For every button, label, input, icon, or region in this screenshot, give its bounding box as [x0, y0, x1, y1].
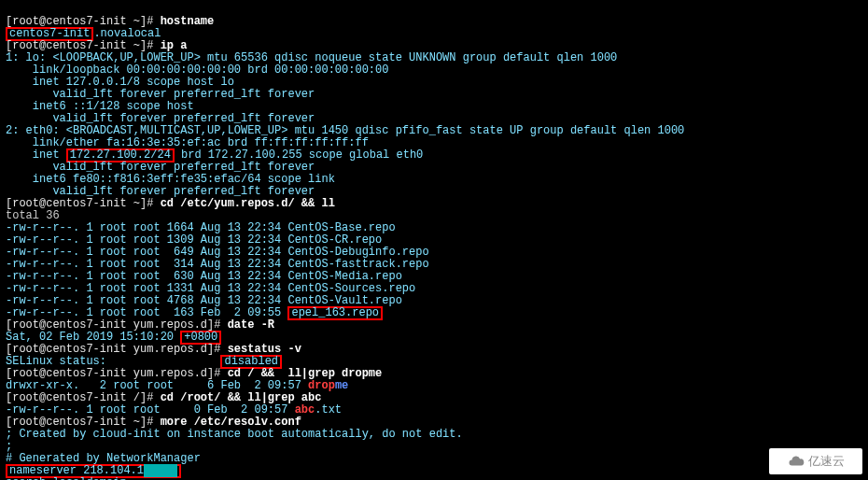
ip-eth-line4: inet6 fe80::f816:3eff:fe35:efac/64 scope…: [6, 173, 342, 186]
ip-lo-line2: link/loopback 00:00:00:00:00:00 brd 00:0…: [6, 64, 388, 77]
ip-lo-line1: 1: lo: <LOOPBACK,UP,LOWER_UP> mtu 65536 …: [6, 51, 617, 64]
repo-line: -rw-r--r--. 1 root root 1664 Aug 13 22:3…: [6, 221, 396, 234]
terminal-output[interactable]: [root@centos7-init ~]# hostname centos7-…: [0, 0, 868, 480]
sestatus-pre: SELinux status:: [6, 355, 220, 368]
ip-eth-line2: link/ether fa:16:3e:35:ef:ac brd ff:ff:f…: [6, 136, 369, 149]
cmd-cd-grep-dropme: cd / && ll|grep dropme: [228, 367, 383, 380]
repo-epel-pre: -rw-r--r--. 1 root root 163 Feb 2 09:55: [6, 306, 287, 319]
ip-lo-line4: inet6 ::1/128 scope host: [6, 100, 201, 113]
ip-eth-inet-post: brd 172.27.100.255 scope global eth0: [175, 148, 423, 162]
dropme-match: drop: [308, 379, 335, 392]
hostname-suffix: .novalocal: [93, 27, 161, 40]
prompt: [root@centos7-init ~]#: [6, 197, 161, 210]
abc-rest: .txt: [315, 403, 342, 416]
ip-valid: valid_lft forever preferred_lft forever: [6, 161, 315, 174]
watermark-logo: 亿速云: [769, 448, 862, 474]
prompt: [root@centos7-init ~]#: [6, 15, 161, 28]
cmd-cd-grep-abc: cd /root/ && ll|grep abc: [161, 391, 322, 404]
watermark-text: 亿速云: [808, 453, 845, 470]
ip-eth-line1: 2: eth0: <BROADCAST,MULTICAST,UP,LOWER_U…: [6, 124, 684, 137]
epel-repo-highlight: epel_163.repo: [287, 306, 383, 320]
ip-eth-inet-pre: inet: [6, 148, 66, 162]
cmd-sestatus: sestatus -v: [228, 343, 301, 356]
resolv-line: # Generated by NetworkManager: [6, 452, 201, 465]
ll-total: total 36: [6, 209, 60, 222]
repo-line: -rw-r--r--. 1 root root 1309 Aug 13 22:3…: [6, 233, 382, 247]
dropme-rest: me: [335, 379, 348, 392]
prompt: [root@centos7-init ~]#: [6, 39, 161, 52]
prompt: [root@centos7-init /]#: [6, 391, 161, 404]
ip-valid: valid_lft forever preferred_lft forever: [6, 185, 315, 198]
date-output-pre: Sat, 02 Feb 2019 15:10:20: [6, 331, 180, 344]
cloud-icon: [788, 453, 805, 470]
ip-lo-line3: inet 127.0.0.1/8 scope host lo: [6, 76, 234, 89]
abc-pre: -rw-r--r--. 1 root root 0 Feb 2 09:57: [6, 403, 295, 416]
prompt: [root@centos7-init yum.repos.d]#: [6, 318, 228, 332]
cmd-ip-a: ip a: [161, 39, 188, 52]
ip-valid: valid_lft forever preferred_lft forever: [6, 112, 315, 125]
ip-valid: valid_lft forever preferred_lft forever: [6, 88, 315, 101]
repo-line: -rw-r--r--. 1 root root 314 Aug 13 22:34…: [6, 258, 429, 271]
dropme-pre: drwxr-xr-x. 2 root root 6 Feb 2 09:57: [6, 379, 308, 392]
cmd-more-resolv: more /etc/resolv.conf: [161, 416, 301, 429]
prompt: [root@centos7-init yum.repos.d]#: [6, 367, 228, 380]
repo-line: -rw-r--r--. 1 root root 4768 Aug 13 22:3…: [6, 294, 402, 307]
resolv-line: ;: [6, 440, 12, 453]
resolv-line: search localdomain: [6, 476, 127, 480]
prompt: [root@centos7-init ~]#: [6, 416, 161, 429]
cmd-date: date -R: [228, 318, 274, 332]
repo-line: -rw-r--r--. 1 root root 649 Aug 13 22:34…: [6, 246, 429, 259]
cmd-hostname: hostname: [161, 15, 215, 28]
resolv-line: ; Created by cloud-init on instance boot…: [6, 428, 463, 441]
cmd-cd-yum: cd /etc/yum.repos.d/ && ll: [161, 197, 335, 210]
ip-masked: 2: [144, 464, 177, 477]
repo-line: -rw-r--r--. 1 root root 630 Aug 13 22:34…: [6, 270, 402, 283]
abc-match: abc: [295, 403, 315, 416]
repo-line: -rw-r--r--. 1 root root 1331 Aug 13 22:3…: [6, 282, 415, 295]
prompt: [root@centos7-init yum.repos.d]#: [6, 343, 228, 356]
